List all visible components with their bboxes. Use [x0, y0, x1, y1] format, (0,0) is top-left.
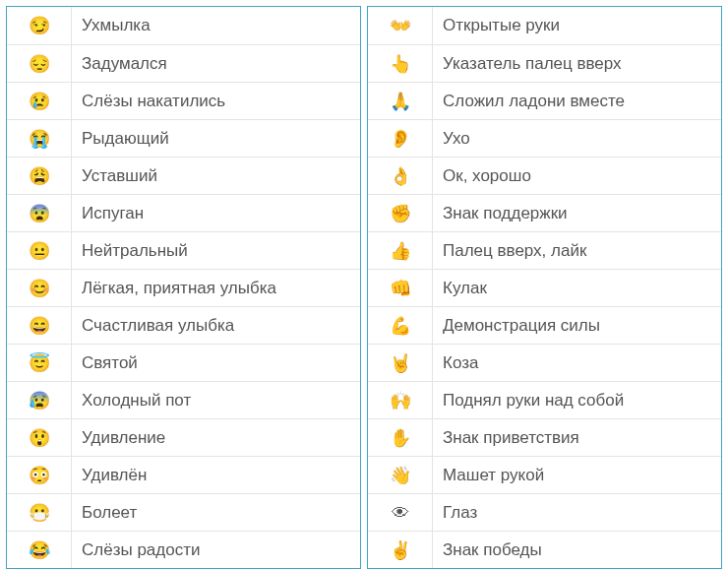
emoji-reference-container: 😏Ухмылка😔Задумался😢Слёзы накатились😭Рыда…: [6, 6, 722, 569]
emoji-label: Кулак: [432, 269, 721, 306]
emoji-icon: 😷: [7, 493, 71, 531]
emoji-label: Слёзы накатились: [71, 82, 360, 119]
emoji-icon: 😰: [7, 381, 71, 418]
table-row: 💪Демонстрация силы: [368, 306, 721, 344]
emoji-label: Коза: [432, 344, 721, 381]
emoji-panel-left: 😏Ухмылка😔Задумался😢Слёзы накатились😭Рыда…: [6, 6, 361, 569]
emoji-icon: 😂: [7, 531, 71, 568]
emoji-icon: 👁: [368, 493, 432, 531]
emoji-label: Рыдающий: [71, 119, 360, 157]
emoji-icon: 😳: [7, 456, 71, 493]
table-row: 👋Машет рукой: [368, 456, 721, 493]
emoji-label: Удивлён: [71, 456, 360, 493]
emoji-icon: 😭: [7, 119, 71, 157]
emoji-label: Ок, хорошо: [432, 157, 721, 194]
table-row: 😇Святой: [7, 344, 360, 381]
emoji-icon: 😨: [7, 194, 71, 231]
table-row: 😐Нейтральный: [7, 231, 360, 269]
emoji-icon: 🤘: [368, 344, 432, 381]
emoji-icon: 😇: [7, 344, 71, 381]
emoji-icon: ✊: [368, 194, 432, 231]
emoji-icon: 😐: [7, 231, 71, 269]
table-row: ✊Знак поддержки: [368, 194, 721, 231]
table-row: 👁Глаз: [368, 493, 721, 531]
emoji-label: Слёзы радости: [71, 531, 360, 568]
table-row: 👐Открытые руки: [368, 7, 721, 44]
emoji-label: Знак поддержки: [432, 194, 721, 231]
emoji-icon: 🙏: [368, 82, 432, 119]
table-row: 👍Палец вверх, лайк: [368, 231, 721, 269]
emoji-icon: 😢: [7, 82, 71, 119]
table-row: 🙏Сложил ладони вместе: [368, 82, 721, 119]
emoji-icon: 👐: [368, 7, 432, 44]
emoji-icon: 👋: [368, 456, 432, 493]
emoji-icon: 👆: [368, 44, 432, 82]
emoji-label: Знак победы: [432, 531, 721, 568]
emoji-label: Уставший: [71, 157, 360, 194]
emoji-icon: ✋: [368, 418, 432, 456]
table-row: 😳Удивлён: [7, 456, 360, 493]
table-row: 😄Счастливая улыбка: [7, 306, 360, 344]
table-row: 👌Ок, хорошо: [368, 157, 721, 194]
emoji-label: Знак приветствия: [432, 418, 721, 456]
emoji-label: Палец вверх, лайк: [432, 231, 721, 269]
table-row: 😔Задумался: [7, 44, 360, 82]
table-row: 👂Ухо: [368, 119, 721, 157]
emoji-label: Холодный пот: [71, 381, 360, 418]
emoji-label: Демонстрация силы: [432, 306, 721, 344]
emoji-panel-right: 👐Открытые руки👆Указатель палец вверх🙏Сло…: [367, 6, 722, 569]
table-row: 😂Слёзы радости: [7, 531, 360, 568]
emoji-icon: 😔: [7, 44, 71, 82]
table-row: 😊Лёгкая, приятная улыбка: [7, 269, 360, 306]
emoji-label: Удивление: [71, 418, 360, 456]
emoji-label: Ухмылка: [71, 7, 360, 44]
emoji-label: Лёгкая, приятная улыбка: [71, 269, 360, 306]
emoji-icon: 😊: [7, 269, 71, 306]
table-row: 😲Удивление: [7, 418, 360, 456]
table-row: ✋Знак приветствия: [368, 418, 721, 456]
emoji-label: Святой: [71, 344, 360, 381]
emoji-label: Глаз: [432, 493, 721, 531]
emoji-icon: 👌: [368, 157, 432, 194]
emoji-label: Болеет: [71, 493, 360, 531]
table-row: 😨Испуган: [7, 194, 360, 231]
emoji-icon: 😏: [7, 7, 71, 44]
table-row: 😩Уставший: [7, 157, 360, 194]
table-row: 😰Холодный пот: [7, 381, 360, 418]
emoji-label: Сложил ладони вместе: [432, 82, 721, 119]
emoji-label: Счастливая улыбка: [71, 306, 360, 344]
emoji-icon: 😲: [7, 418, 71, 456]
table-row: 😷Болеет: [7, 493, 360, 531]
emoji-label: Открытые руки: [432, 7, 721, 44]
emoji-label: Указатель палец вверх: [432, 44, 721, 82]
emoji-label: Ухо: [432, 119, 721, 157]
table-row: 👆Указатель палец вверх: [368, 44, 721, 82]
emoji-label: Испуган: [71, 194, 360, 231]
emoji-icon: ✌: [368, 531, 432, 568]
table-row: 👊Кулак: [368, 269, 721, 306]
emoji-label: Задумался: [71, 44, 360, 82]
table-row: 😏Ухмылка: [7, 7, 360, 44]
table-row: 😭Рыдающий: [7, 119, 360, 157]
emoji-icon: 😄: [7, 306, 71, 344]
emoji-icon: 😩: [7, 157, 71, 194]
table-row: 🤘Коза: [368, 344, 721, 381]
emoji-icon: 👂: [368, 119, 432, 157]
emoji-label: Машет рукой: [432, 456, 721, 493]
emoji-label: Нейтральный: [71, 231, 360, 269]
emoji-icon: 👊: [368, 269, 432, 306]
emoji-label: Поднял руки над собой: [432, 381, 721, 418]
emoji-icon: 👍: [368, 231, 432, 269]
table-row: 🙌Поднял руки над собой: [368, 381, 721, 418]
emoji-icon: 💪: [368, 306, 432, 344]
emoji-icon: 🙌: [368, 381, 432, 418]
table-row: ✌Знак победы: [368, 531, 721, 568]
table-row: 😢Слёзы накатились: [7, 82, 360, 119]
